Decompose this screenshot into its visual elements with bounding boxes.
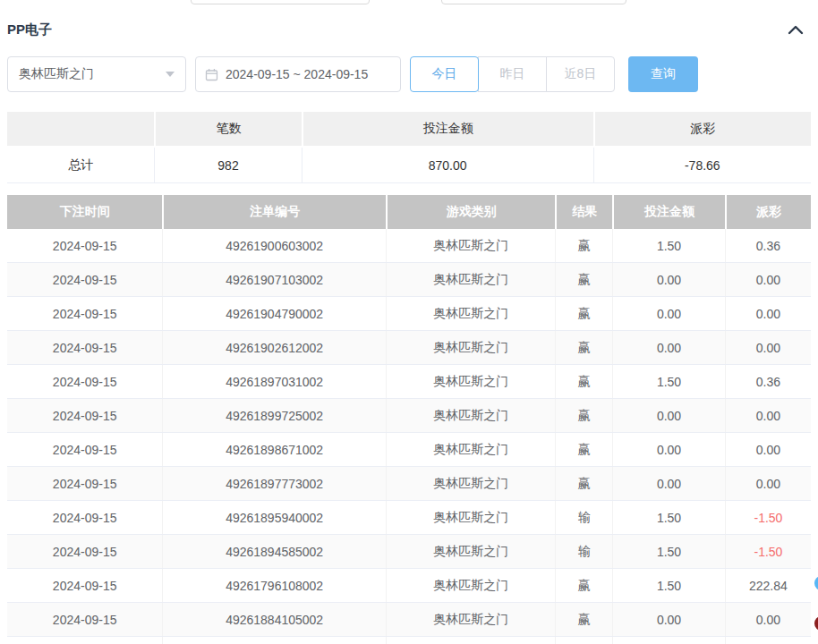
cell-bet-amount: 0.00 bbox=[612, 467, 725, 500]
panel-header: PP电子 bbox=[0, 20, 818, 39]
bets-table: 下注时间 注单编号 游戏类别 结果 投注金额 派彩 2024-09-154926… bbox=[7, 195, 811, 644]
cell-bet-amount: 0.00 bbox=[612, 433, 725, 466]
cell-bet-time: 2024-09-15 bbox=[7, 297, 162, 330]
cell-bet-amount: 1.50 bbox=[612, 365, 725, 398]
summary-header-bet-amount: 投注金额 bbox=[302, 112, 593, 146]
cell-result: 赢 bbox=[555, 297, 612, 330]
header-bet-amount: 投注金额 bbox=[612, 195, 725, 229]
caret-down-icon bbox=[166, 72, 175, 77]
cell-bet-id: 49261796108002 bbox=[162, 569, 386, 602]
cell-bet-time: 2024-09-15 bbox=[7, 569, 162, 602]
summary-table: 笔数 投注金额 派彩 总计 982 870.00 -78.66 bbox=[7, 112, 811, 183]
summary-header-count: 笔数 bbox=[154, 112, 301, 146]
table-row: 2024-09-1549261897031002奥林匹斯之门赢1.500.36 bbox=[7, 365, 811, 399]
date-range-input[interactable]: 2024-09-15 ~ 2024-09-15 bbox=[195, 56, 401, 92]
cell-payout: 0.00 bbox=[725, 603, 811, 636]
search-button[interactable]: 查询 bbox=[628, 56, 698, 92]
cell-game-type: 奥林匹斯之门 bbox=[386, 501, 555, 534]
cell-bet-id: 49261907103002 bbox=[162, 263, 386, 296]
summary-total-count: 982 bbox=[154, 148, 301, 182]
cell-bet-time: 2024-09-15 bbox=[7, 535, 162, 568]
cell-bet-time: 2024-09-15 bbox=[7, 603, 162, 636]
page-title: PP电子 bbox=[7, 21, 52, 38]
summary-header-empty bbox=[7, 112, 154, 146]
cell-result: 赢 bbox=[555, 603, 612, 636]
summary-total-row: 总计 982 870.00 -78.66 bbox=[7, 148, 811, 183]
table-row: 2024-09-1549261899725002奥林匹斯之门赢0.000.00 bbox=[7, 399, 811, 433]
cell-bet-id: 49261904790002 bbox=[162, 297, 386, 330]
cell-result: 赢 bbox=[555, 399, 612, 432]
cell-bet-id: 49261900603002 bbox=[162, 229, 386, 262]
cell-bet-time: 2024-09-15 bbox=[7, 433, 162, 466]
table-row bbox=[7, 637, 811, 644]
header-game-type: 游戏类别 bbox=[386, 195, 555, 229]
cell-payout: -1.50 bbox=[725, 501, 811, 534]
cell-bet-id: 49261897773002 bbox=[162, 467, 386, 500]
game-select[interactable]: 奥林匹斯之门 bbox=[7, 56, 186, 92]
cell-result: 输 bbox=[555, 501, 612, 534]
quick-button-last-8-days[interactable]: 近8日 bbox=[546, 56, 615, 92]
header-bet-id: 注单编号 bbox=[162, 195, 386, 229]
game-select-value: 奥林匹斯之门 bbox=[19, 66, 94, 82]
cell-game-type: 奥林匹斯之门 bbox=[386, 229, 555, 262]
cell-bet-time bbox=[7, 637, 162, 644]
cell-bet-amount: 1.50 bbox=[612, 229, 725, 262]
header-bet-time: 下注时间 bbox=[7, 195, 162, 229]
collapse-button[interactable] bbox=[788, 25, 804, 35]
cell-result: 赢 bbox=[555, 433, 612, 466]
cell-result: 赢 bbox=[555, 365, 612, 398]
table-row: 2024-09-1549261796108002奥林匹斯之门赢1.50222.8… bbox=[7, 569, 811, 603]
cell-payout: -1.50 bbox=[725, 535, 811, 568]
table-row: 2024-09-1549261907103002奥林匹斯之门赢0.000.00 bbox=[7, 263, 811, 297]
cell-bet-time: 2024-09-15 bbox=[7, 365, 162, 398]
cell-bet-id: 49261895940002 bbox=[162, 501, 386, 534]
cell-game-type: 奥林匹斯之门 bbox=[386, 467, 555, 500]
cell-result bbox=[555, 637, 612, 644]
cell-result: 赢 bbox=[555, 229, 612, 262]
cell-payout: 222.84 bbox=[725, 569, 811, 602]
cell-bet-id: 49261897031002 bbox=[162, 365, 386, 398]
calendar-icon bbox=[205, 68, 218, 81]
quick-button-today[interactable]: 今日 bbox=[410, 56, 479, 92]
cell-payout: 0.36 bbox=[725, 229, 811, 262]
cell-game-type: 奥林匹斯之门 bbox=[386, 399, 555, 432]
filter-row: 奥林匹斯之门 2024-09-15 ~ 2024-09-15 今日 昨日 近8日… bbox=[7, 56, 811, 92]
cell-bet-amount: 0.00 bbox=[612, 331, 725, 364]
cell-bet-amount: 0.00 bbox=[612, 399, 725, 432]
cell-game-type: 奥林匹斯之门 bbox=[386, 331, 555, 364]
table-row: 2024-09-1549261894585002奥林匹斯之门输1.50-1.50 bbox=[7, 535, 811, 569]
cell-bet-time: 2024-09-15 bbox=[7, 331, 162, 364]
table-row: 2024-09-1549261895940002奥林匹斯之门输1.50-1.50 bbox=[7, 501, 811, 535]
cell-game-type: 奥林匹斯之门 bbox=[386, 569, 555, 602]
cell-bet-amount: 1.50 bbox=[612, 501, 725, 534]
floating-widget-blue[interactable] bbox=[814, 576, 818, 590]
cell-bet-amount bbox=[612, 637, 725, 644]
bets-table-body: 2024-09-1549261900603002奥林匹斯之门赢1.500.362… bbox=[7, 229, 811, 644]
cell-payout bbox=[725, 637, 811, 644]
table-row: 2024-09-1549261904790002奥林匹斯之门赢0.000.00 bbox=[7, 297, 811, 331]
cutoff-input-top-left bbox=[191, 0, 370, 4]
cell-bet-id: 49261902612002 bbox=[162, 331, 386, 364]
cell-bet-time: 2024-09-15 bbox=[7, 501, 162, 534]
cell-bet-time: 2024-09-15 bbox=[7, 467, 162, 500]
cell-bet-time: 2024-09-15 bbox=[7, 229, 162, 262]
cell-game-type: 奥林匹斯之门 bbox=[386, 365, 555, 398]
bets-table-header: 下注时间 注单编号 游戏类别 结果 投注金额 派彩 bbox=[7, 195, 811, 229]
cell-payout: 0.00 bbox=[725, 263, 811, 296]
table-row: 2024-09-1549261900603002奥林匹斯之门赢1.500.36 bbox=[7, 229, 811, 263]
cell-bet-id bbox=[162, 637, 386, 644]
cell-payout: 0.00 bbox=[725, 467, 811, 500]
cell-game-type: 奥林匹斯之门 bbox=[386, 263, 555, 296]
summary-header-payout: 派彩 bbox=[593, 112, 811, 146]
cell-bet-amount: 1.50 bbox=[612, 535, 725, 568]
header-result: 结果 bbox=[555, 195, 612, 229]
cell-bet-amount: 0.00 bbox=[612, 263, 725, 296]
cell-game-type: 奥林匹斯之门 bbox=[386, 433, 555, 466]
summary-total-bet-amount: 870.00 bbox=[302, 148, 593, 182]
quick-button-yesterday[interactable]: 昨日 bbox=[478, 56, 547, 92]
cell-bet-id: 49261899725002 bbox=[162, 399, 386, 432]
floating-widget-red[interactable] bbox=[814, 616, 818, 631]
cutoff-input-top-right bbox=[441, 0, 626, 4]
quick-date-button-group: 今日 昨日 近8日 bbox=[410, 56, 615, 92]
cell-bet-amount: 0.00 bbox=[612, 603, 725, 636]
